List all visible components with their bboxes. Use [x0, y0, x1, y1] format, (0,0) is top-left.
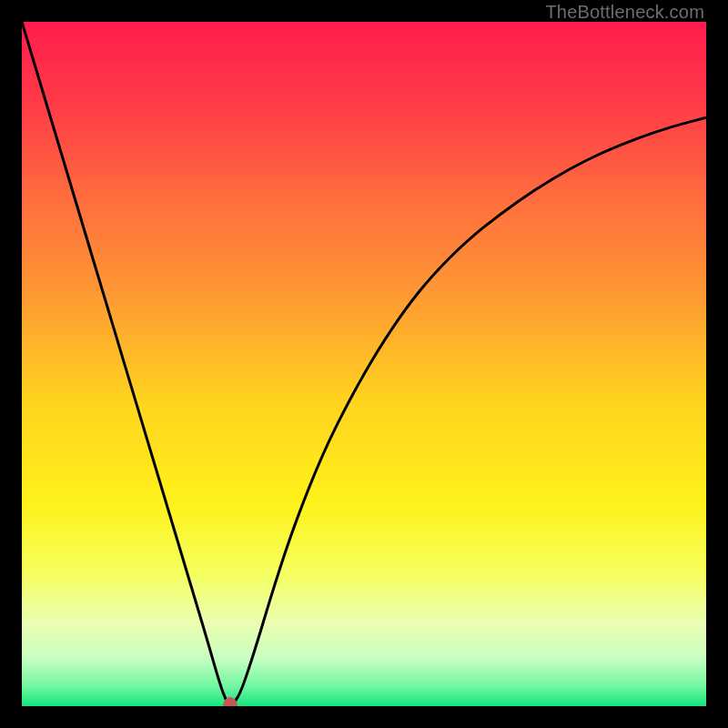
- plot-area: [22, 22, 706, 706]
- bottleneck-curve: [22, 22, 706, 706]
- chart-container: TheBottleneck.com: [0, 0, 728, 728]
- watermark-text: TheBottleneck.com: [545, 2, 704, 23]
